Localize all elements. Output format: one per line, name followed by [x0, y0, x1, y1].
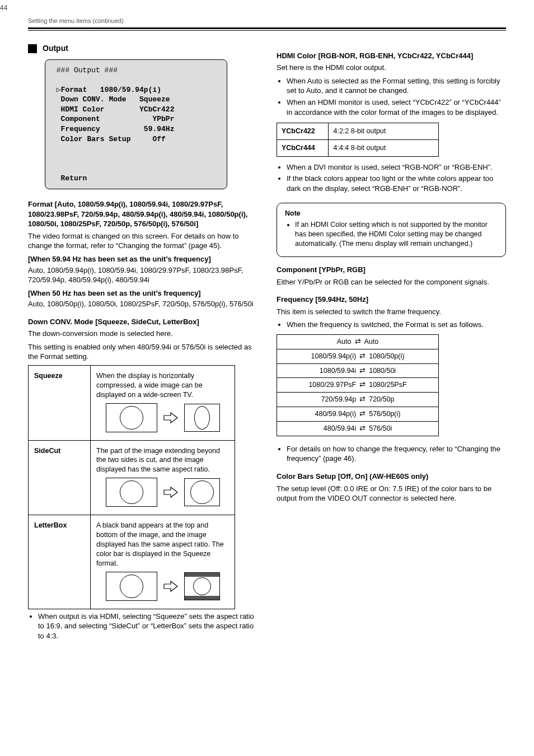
dconv-row1-illus	[96, 478, 229, 509]
left-column: Output ### Output ### ▷Format 1080/59.94…	[28, 43, 257, 643]
dconv-row2-name: LetterBox	[34, 521, 67, 529]
freq-bullets2: For details on how to change the frequen…	[277, 444, 506, 464]
hdmi-bullets2: When a DVI monitor is used, select “RGB-…	[277, 162, 506, 194]
dconv-desc1: The down-conversion mode is selected her…	[28, 329, 257, 339]
rule-thin	[28, 30, 506, 31]
dconv-desc2: This setting is enabled only when 480/59…	[28, 342, 257, 362]
arrow-right-icon	[163, 580, 179, 593]
freq-bullets: When the frequency is switched, the Form…	[277, 320, 506, 330]
format-59-options: Auto, 1080/59.94p(i), 1080/59.94i, 1080/…	[28, 265, 257, 285]
narrow-frame-icon	[184, 478, 220, 506]
freq-table-row: Auto⇄Auto	[277, 334, 439, 349]
format-heading: Format [Auto, 1080/59.94p(i), 1080/59.94…	[28, 199, 257, 229]
freq-table: Auto⇄Auto1080/59.94p(i)⇄1080/50p(i)1080/…	[277, 334, 439, 436]
freq-table-row: 720/59.94p⇄720/50p	[277, 393, 439, 407]
format-59-heading: [When 59.94 Hz has been set as the unit’…	[28, 254, 257, 264]
section-title-text: Output	[43, 43, 68, 54]
page-number: 44	[0, 3, 7, 12]
freq-bullet-0: When the frequency is switched, the Form…	[287, 320, 506, 330]
dconv-row0-illus	[96, 403, 229, 435]
hdmi-tbl-r1c1: 4:4:4 8-bit output	[329, 140, 439, 157]
freq-table-row: 480/59.94i⇄576/50i	[277, 422, 439, 436]
freq-table-row: 1080/59.94p(i)⇄1080/50p(i)	[277, 349, 439, 363]
cbsetup-desc: The setup level (Off: 0.0 IRE or On: 7.5…	[277, 484, 506, 503]
dconv-footnote: When output is via HDMI, selecting “Sque…	[38, 612, 257, 641]
hdmi-tbl-r0c1: 4:2:2 8-bit output	[329, 123, 439, 140]
page-header: Setting the menu items (continued)	[28, 17, 506, 25]
freq-bullet2-0: For details on how to change the frequen…	[287, 444, 506, 464]
note-heading: Note	[285, 209, 498, 218]
dconv-row1-cell: The part of the image extending beyond t…	[91, 440, 235, 515]
dconv-row1-desc: The part of the image extending beyond t…	[96, 446, 229, 475]
dconv-footnote-list: When output is via HDMI, selecting “Sque…	[28, 612, 257, 641]
dconv-row2-desc: A black band appears at the top and bott…	[96, 521, 229, 568]
right-column: HDMI Color [RGB-NOR, RGB-ENH, YCbCr422, …	[277, 43, 506, 643]
hdmi-desc: Set here is the HDMI color output.	[277, 63, 506, 73]
format-50-options: Auto, 1080/50p(i), 1080/50i, 1080/25PsF,…	[28, 299, 257, 309]
freq-heading: Frequency [59.94Hz, 50Hz]	[277, 295, 506, 305]
dconv-row1-name: SideCut	[34, 447, 60, 455]
hdmi-heading: HDMI Color [RGB-NOR, RGB-ENH, YCbCr422, …	[277, 51, 506, 61]
narrow-frame-icon	[184, 572, 220, 600]
note-box: Note If an HDMI Color setting which is n…	[277, 203, 506, 258]
square-bullet-icon	[28, 44, 37, 53]
freq-table-row: 1080/29.97PsF⇄1080/25PsF	[277, 378, 439, 393]
format-desc: The video format is changed on this scre…	[28, 231, 257, 251]
wide-frame-icon	[106, 403, 157, 432]
dconv-heading: Down CONV. Mode [Squeeze, SideCut, Lette…	[28, 317, 257, 327]
rule-thick	[28, 27, 506, 29]
wide-frame-icon	[106, 478, 157, 507]
note-text: If an HDMI Color setting which is not su…	[295, 220, 498, 249]
freq-desc: This item is selected to switch the fram…	[277, 307, 506, 317]
hdmi-table: YCbCr422 4:2:2 8-bit output YCbCr444 4:4…	[277, 123, 439, 157]
hdmi-bullet2-1: If the black colors appear too light or …	[287, 174, 506, 193]
hdmi-tbl-r0c0: YCbCr422	[277, 123, 329, 140]
component-heading: Component [YPbPr, RGB]	[277, 265, 506, 275]
section-title: Output	[28, 43, 257, 54]
osd-panel: ### Output ### ▷Format 1080/59.94p(i) Do…	[45, 59, 227, 190]
hdmi-bullet-1: When an HDMI monitor is used, select “YC…	[287, 97, 506, 117]
format-50-heading: [When 50 Hz has been set as the unit’s f…	[28, 288, 257, 298]
dconv-row0-name: Squeeze	[34, 372, 63, 380]
dconv-row0-cell: When the display is horizontally compres…	[91, 365, 235, 440]
cbsetup-heading: Color Bars Setup [Off, On] (AW-HE60S onl…	[277, 472, 506, 482]
freq-table-row: 480/59.94p(i)⇄576/50p(i)	[277, 407, 439, 422]
hdmi-bullet-0: When Auto is selected as the Format sett…	[287, 76, 506, 96]
hdmi-bullet2-0: When a DVI monitor is used, select “RGB-…	[287, 162, 506, 172]
freq-table-row: 1080/59.94i⇄1080/50i	[277, 363, 439, 378]
dconv-row2-illus	[96, 572, 229, 603]
component-desc: Either Y/Pb/Pr or RGB can be selected fo…	[277, 277, 506, 287]
arrow-right-icon	[163, 486, 179, 499]
narrow-frame-icon	[184, 404, 220, 432]
wide-frame-icon	[106, 572, 157, 601]
dconv-row2-cell: A black band appears at the top and bott…	[91, 515, 235, 609]
dconv-table: Squeeze When the display is horizontally…	[28, 365, 235, 609]
hdmi-tbl-r1c0: YCbCr444	[277, 140, 329, 157]
dconv-row0-desc: When the display is horizontally compres…	[96, 371, 229, 400]
arrow-right-icon	[163, 411, 179, 424]
hdmi-bullets: When Auto is selected as the Format sett…	[277, 76, 506, 117]
